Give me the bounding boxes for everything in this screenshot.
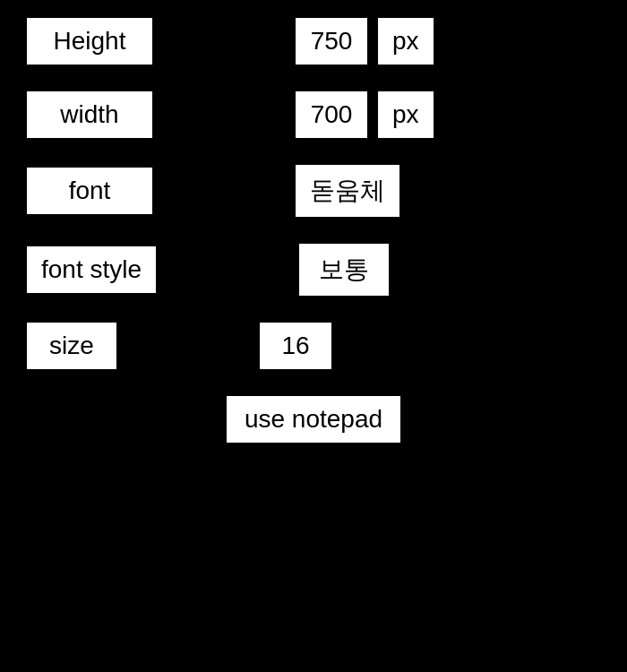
height-value[interactable]: 750 [296,18,367,65]
font-style-value[interactable]: 보통 [299,244,389,296]
font-style-row: font style 보통 [27,244,600,296]
height-unit: px [378,18,434,65]
font-value[interactable]: 돋움체 [296,165,399,217]
font-row: font 돋움체 [27,165,600,217]
width-row: width 700 px [27,91,600,138]
use-notepad-button[interactable]: use notepad [227,396,400,443]
width-label: width [27,91,152,138]
height-label: Height [27,18,152,65]
width-unit: px [378,91,434,138]
height-row: Height 750 px [27,18,600,65]
width-value[interactable]: 700 [296,91,367,138]
size-value[interactable]: 16 [260,323,331,369]
font-style-label: font style [27,246,156,293]
use-notepad-row: use notepad [27,396,600,443]
size-label: size [27,323,116,369]
size-row: size 16 [27,323,600,369]
font-label: font [27,168,152,214]
